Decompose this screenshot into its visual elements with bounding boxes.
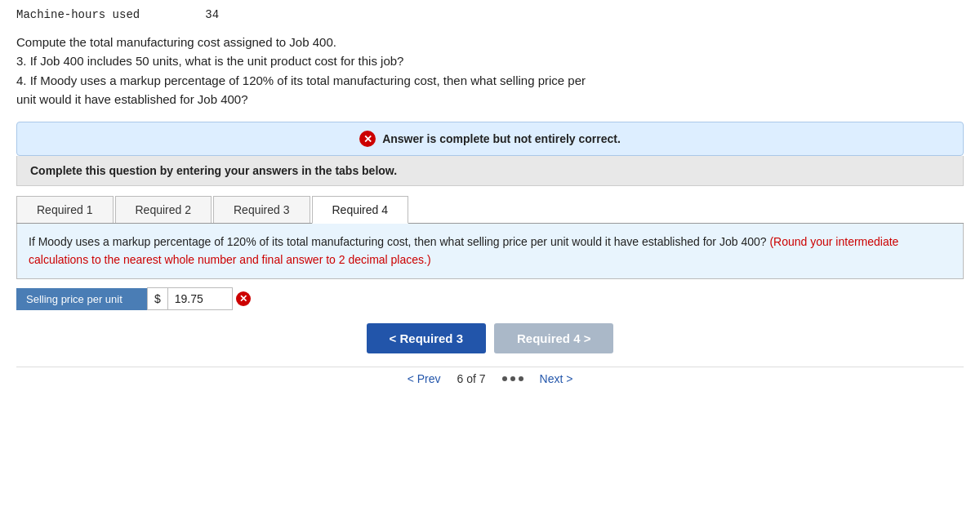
dot-2 — [510, 376, 515, 381]
answer-banner: ✕ Answer is complete but not entirely co… — [16, 122, 964, 156]
pagination-dots — [502, 376, 523, 381]
currency-sign: $ — [147, 287, 167, 310]
problem-line3: 4. If Moody uses a markup percentage of … — [16, 71, 964, 90]
next-button-label: Required 4 > — [517, 331, 590, 345]
instruction-box: Complete this question by entering your … — [16, 156, 964, 186]
selling-price-label: Selling price per unit — [16, 288, 147, 310]
pagination-bar: < Prev 6 of 7 Next > — [16, 367, 964, 385]
selling-price-input[interactable] — [167, 287, 233, 310]
input-error-icon[interactable]: ✕ — [236, 291, 251, 306]
nav-buttons: < Required 3 Required 4 > — [16, 323, 964, 353]
tab-required-1[interactable]: Required 1 — [16, 196, 114, 223]
banner-text: Answer is complete but not entirely corr… — [382, 132, 621, 145]
prev-required-3-button[interactable]: < Required 3 — [367, 323, 486, 353]
prev-button-label: < Required 3 — [390, 331, 463, 345]
machine-hours-value: 34 — [205, 8, 219, 21]
tab-content: If Moody uses a markup percentage of 120… — [16, 224, 964, 279]
tabs-container: Required 1 Required 2 Required 3 Require… — [16, 196, 964, 224]
instruction-text: Complete this question by entering your … — [30, 164, 397, 177]
problem-line1: Compute the total manufacturing cost ass… — [16, 33, 964, 51]
dot-3 — [519, 376, 523, 381]
dot-1 — [502, 376, 507, 381]
input-row: Selling price per unit $ ✕ — [16, 287, 964, 310]
machine-hours-label: Machine-hours used — [16, 8, 140, 21]
error-icon: ✕ — [359, 131, 376, 147]
problem-line4: unit would it have established for Job 4… — [16, 90, 964, 109]
problem-line2: 3. If Job 400 includes 50 units, what is… — [16, 51, 964, 70]
prev-page-button[interactable]: < Prev — [408, 372, 441, 385]
tab-required-4[interactable]: Required 4 — [312, 196, 409, 224]
page-info: 6 of 7 — [457, 372, 485, 385]
next-page-button[interactable]: Next > — [540, 372, 573, 385]
next-required-4-button[interactable]: Required 4 > — [494, 323, 613, 353]
tab-main-text: If Moody uses a markup percentage of 120… — [29, 235, 767, 248]
tab-required-2[interactable]: Required 2 — [115, 196, 212, 223]
tab-required-3[interactable]: Required 3 — [213, 196, 310, 223]
